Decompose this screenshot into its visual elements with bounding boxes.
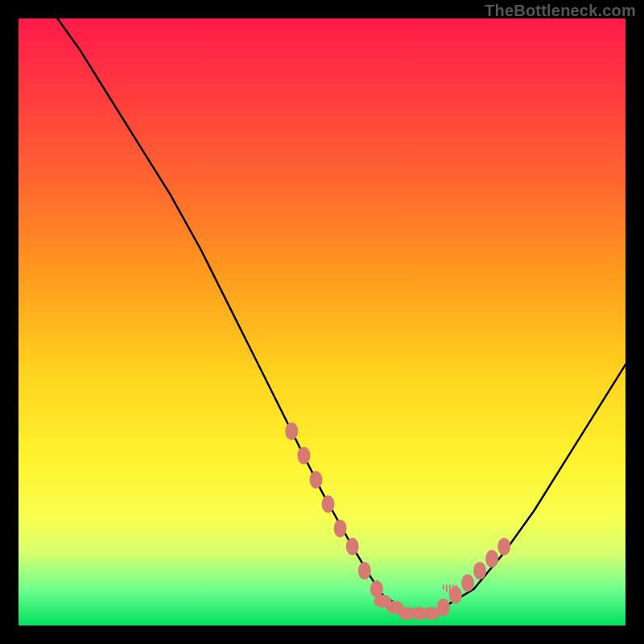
plot-area: [19, 19, 625, 625]
marker-dot: [322, 495, 335, 513]
left-marker-segment: [285, 423, 383, 598]
marker-dot: [334, 519, 347, 537]
bottleneck-curve: [19, 0, 625, 613]
marker-dot: [346, 538, 359, 555]
right-marker-segment: [437, 538, 510, 616]
marker-dot: [497, 538, 510, 555]
marker-dot: [485, 550, 498, 568]
marker-dot: [437, 598, 450, 616]
marker-dot: [310, 471, 323, 489]
chart-svg: [19, 19, 625, 625]
watermark-text: TheBottleneck.com: [485, 2, 636, 20]
marker-dot: [473, 562, 486, 580]
bottom-marker-segment: [374, 595, 440, 620]
chart-frame: TheBottleneck.com: [0, 0, 644, 644]
marker-dot: [285, 423, 298, 440]
marker-dot: [461, 574, 474, 592]
marker-dot: [297, 447, 310, 464]
marker-dot: [358, 562, 371, 580]
